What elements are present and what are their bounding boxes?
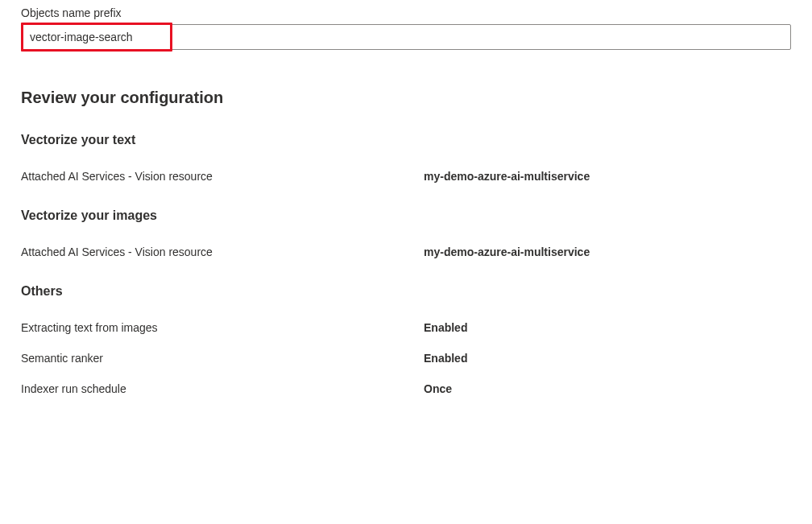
objects-name-prefix-label: Objects name prefix [21,6,791,19]
section-vectorize-text-heading: Vectorize your text [21,133,791,147]
objects-name-prefix-input[interactable] [21,24,791,50]
config-row: Indexer run schedule Once [21,382,791,395]
objects-name-prefix-wrap [21,24,791,50]
config-row: Attached AI Services - Vision resource m… [21,245,791,258]
review-configuration-heading: Review your configuration [21,89,791,107]
config-key: Attached AI Services - Vision resource [21,170,424,183]
config-key: Indexer run schedule [21,382,424,395]
config-val: Enabled [424,352,467,365]
section-vectorize-images-heading: Vectorize your images [21,208,791,223]
config-key: Attached AI Services - Vision resource [21,245,424,258]
config-row: Semantic ranker Enabled [21,352,791,365]
config-val: Once [424,382,452,395]
section-others-heading: Others [21,284,791,299]
config-row: Attached AI Services - Vision resource m… [21,170,791,183]
config-row: Extracting text from images Enabled [21,321,791,334]
config-key: Extracting text from images [21,321,424,334]
config-key: Semantic ranker [21,352,424,365]
config-val: Enabled [424,321,467,334]
config-val: my-demo-azure-ai-multiservice [424,170,590,183]
config-val: my-demo-azure-ai-multiservice [424,245,590,258]
